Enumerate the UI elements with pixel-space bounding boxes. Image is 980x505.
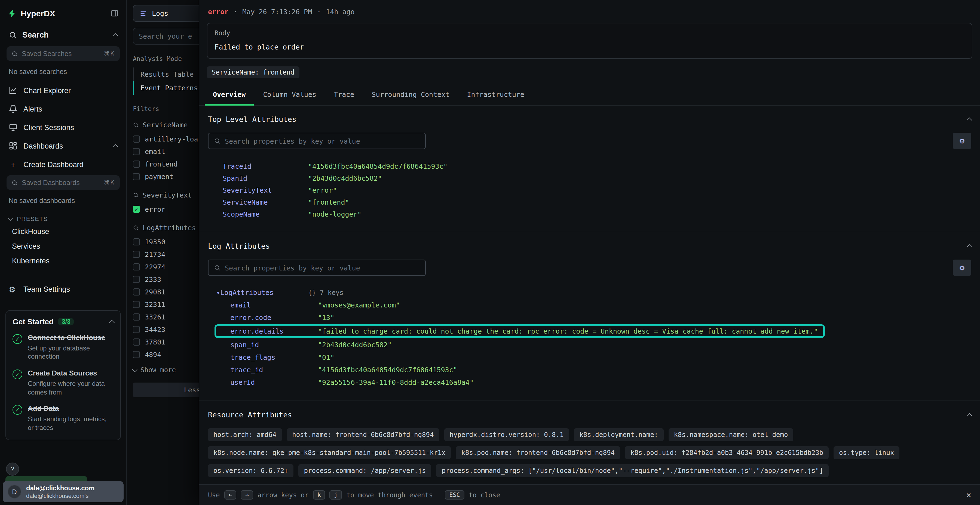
resource-chip[interactable]: os.version: 6.6.72+: [208, 464, 294, 477]
attribute-row[interactable]: TraceId"4156d3fbc40a64854d9dc7f68641593c…: [208, 160, 971, 172]
sidebar-item-alerts[interactable]: Alerts: [0, 100, 126, 118]
facet-value-row[interactable]: email: [133, 145, 199, 158]
checkbox[interactable]: [133, 338, 140, 346]
tab-trace[interactable]: Trace: [326, 85, 362, 105]
mode-option-event-patterns[interactable]: Event Patterns: [133, 81, 199, 95]
resource-chip[interactable]: k8s.pod.name: frontend-6b6c8d7bfd-ng894: [456, 446, 620, 459]
facet-value-row[interactable]: 33261: [133, 311, 199, 323]
create-dashboard-button[interactable]: + Create Dashboard: [0, 155, 126, 174]
attribute-row[interactable]: ServiceName"frontend": [208, 196, 971, 208]
facet-logattributes-header[interactable]: LogAttributes: [133, 224, 199, 232]
checkbox[interactable]: [133, 251, 140, 258]
user-menu[interactable]: D dale@clickhouse.com dale@clickhouse.co…: [3, 481, 124, 502]
preset-item-clickhouse[interactable]: ClickHouse: [0, 224, 126, 239]
facet-value-row[interactable]: frontend: [133, 158, 199, 170]
property-search-field[interactable]: [225, 137, 420, 145]
less-filters-button[interactable]: Less filters: [133, 383, 199, 397]
attribute-row[interactable]: span_id"2b43d0c4dd6bc582": [208, 338, 971, 351]
facet-value-row[interactable]: 29081: [133, 286, 199, 298]
attribute-row[interactable]: trace_flags"01": [208, 351, 971, 364]
event-search-input[interactable]: [133, 28, 199, 44]
checkbox[interactable]: [133, 351, 140, 358]
facet-value-row[interactable]: 19350: [133, 236, 199, 248]
checkbox[interactable]: [133, 264, 140, 270]
attribute-row[interactable]: trace_id"4156d3fbc40a64854d9dc7f68641593…: [208, 364, 971, 376]
show-more-button[interactable]: Show more: [133, 366, 199, 374]
facet-value-row[interactable]: 4894: [133, 348, 199, 361]
tab-column-values[interactable]: Column Values: [255, 85, 325, 105]
checkbox[interactable]: [133, 313, 140, 321]
attribute-row[interactable]: email"vmoses@example.com": [208, 299, 971, 311]
resource-chip[interactable]: k8s.namespace.name: otel-demo: [668, 428, 793, 441]
sidebar-item-chart-explorer[interactable]: Chart Explorer: [0, 81, 126, 100]
resource-chip[interactable]: os.type: linux: [834, 446, 899, 459]
attribute-row[interactable]: ScopeName"node-logger": [208, 208, 971, 220]
log-attributes-tree-root[interactable]: ▾LogAttributes {}7 keys: [208, 286, 971, 299]
event-search-field[interactable]: [139, 32, 199, 40]
collapse-section-icon[interactable]: [967, 117, 972, 123]
resource-chip[interactable]: process.command: /app/server.js: [299, 464, 431, 477]
tab-overview[interactable]: Overview: [205, 85, 254, 105]
facet-servicename-header[interactable]: ServiceName: [133, 121, 199, 129]
facet-severitytext-header[interactable]: SeverityText: [133, 191, 199, 199]
checkbox[interactable]: [133, 160, 140, 168]
attribute-row[interactable]: userId"92a55156-39a4-11f0-8ddd-a2eca416a…: [208, 376, 971, 389]
presets-toggle[interactable]: PRESETS: [0, 210, 126, 224]
get-started-header[interactable]: Get Started 3/3: [13, 317, 114, 326]
get-started-step-connect[interactable]: ✓ Connect to ClickHouse Set up your data…: [13, 333, 114, 361]
source-select-button[interactable]: Logs: [133, 5, 199, 22]
attribute-row[interactable]: SpanId"2b43d0c4dd6bc582": [208, 172, 971, 184]
sidebar-item-search[interactable]: Search: [0, 24, 126, 45]
preset-item-services[interactable]: Services: [0, 239, 126, 254]
sidebar-item-dashboards[interactable]: Dashboards: [0, 137, 126, 155]
facet-value-row[interactable]: 2333: [133, 273, 199, 286]
collapse-section-icon[interactable]: [967, 244, 972, 249]
hidden-button-sliver[interactable]: [5, 476, 87, 481]
resource-chip[interactable]: k8s.pod.uid: f284fb2d-a0b3-4634-991b-e2c…: [625, 446, 829, 459]
resource-chip[interactable]: k8s.node.name: gke-pme-k8s-standard-main…: [208, 446, 451, 459]
close-panel-icon[interactable]: ×: [966, 490, 971, 500]
attribute-row[interactable]: error.code"13": [208, 311, 971, 324]
checkbox[interactable]: [133, 288, 140, 295]
tab-surrounding-context[interactable]: Surrounding Context: [363, 85, 458, 105]
checkbox[interactable]: [133, 135, 140, 143]
attribute-row-error-details-highlighted[interactable]: error.details"failed to charge card: cou…: [208, 324, 971, 338]
tab-infrastructure[interactable]: Infrastructure: [459, 85, 533, 105]
saved-dashboards-field[interactable]: [22, 179, 100, 186]
saved-searches-field[interactable]: [22, 50, 100, 57]
saved-searches-input[interactable]: ⌘K: [6, 46, 120, 61]
facet-value-row[interactable]: 37801: [133, 336, 199, 348]
property-search-input[interactable]: [208, 133, 426, 149]
settings-gear-button[interactable]: ⚙: [953, 260, 971, 276]
facet-value-row[interactable]: 32311: [133, 298, 199, 311]
facet-value-row[interactable]: artillery-loa: [133, 133, 199, 145]
checkbox[interactable]: [133, 276, 140, 283]
checkbox-checked[interactable]: ✓: [133, 206, 140, 213]
collapse-sidebar-icon[interactable]: [111, 9, 119, 17]
property-search-input[interactable]: [208, 260, 426, 276]
facet-value-row[interactable]: payment: [133, 170, 199, 183]
facet-value-row[interactable]: 21734: [133, 248, 199, 260]
checkbox[interactable]: [133, 326, 140, 333]
get-started-step-add-data[interactable]: ✓ Add Data Start sending logs, metrics, …: [13, 404, 114, 432]
property-search-field[interactable]: [225, 264, 420, 272]
help-button[interactable]: ?: [6, 462, 19, 476]
checkbox[interactable]: [133, 238, 140, 245]
resource-chip[interactable]: process.command_args: ["/usr/local/bin/n…: [436, 464, 829, 477]
resource-chip[interactable]: hyperdx.distro.version: 0.8.1: [444, 428, 569, 441]
service-name-tag[interactable]: ServiceName: frontend: [207, 67, 299, 78]
facet-value-row[interactable]: ✓error: [133, 203, 199, 216]
mode-option-results-table[interactable]: Results Table: [133, 67, 199, 81]
facet-value-row[interactable]: 34423: [133, 323, 199, 336]
sidebar-item-team-settings[interactable]: ⚙ Team Settings: [0, 280, 126, 298]
attribute-row[interactable]: SeverityText"error": [208, 184, 971, 196]
saved-dashboards-input[interactable]: ⌘K: [6, 175, 120, 190]
checkbox[interactable]: [133, 148, 140, 155]
sidebar-item-client-sessions[interactable]: Client Sessions: [0, 118, 126, 137]
resource-chip[interactable]: host.name: frontend-6b6c8d7bfd-ng894: [286, 428, 439, 441]
settings-gear-button[interactable]: ⚙: [953, 133, 971, 149]
resource-chip[interactable]: host.arch: amd64: [208, 428, 282, 441]
preset-item-kubernetes[interactable]: Kubernetes: [0, 254, 126, 268]
checkbox[interactable]: [133, 173, 140, 180]
resource-chip[interactable]: k8s.deployment.name:: [574, 428, 663, 441]
